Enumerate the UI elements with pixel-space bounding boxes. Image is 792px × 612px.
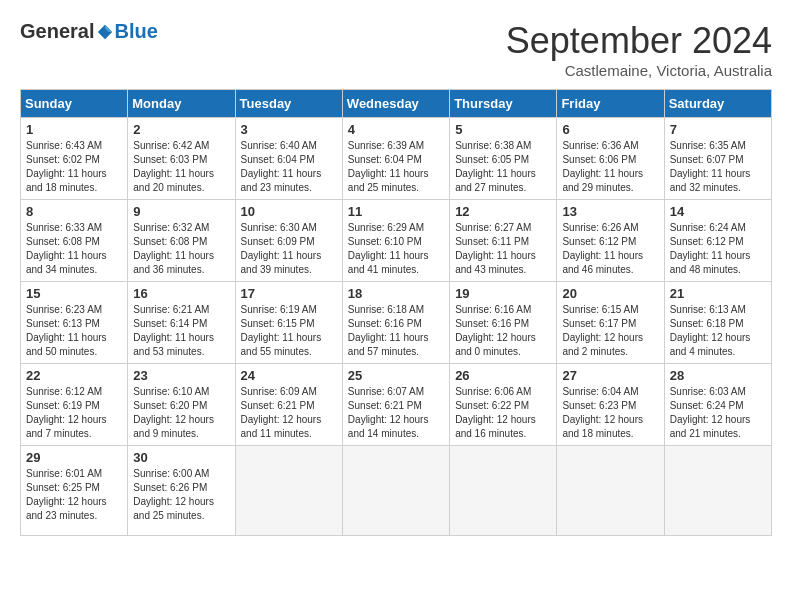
cell-info: Sunrise: 6:38 AMSunset: 6:05 PMDaylight:… bbox=[455, 140, 536, 193]
calendar-cell bbox=[235, 446, 342, 536]
logo-icon bbox=[96, 23, 114, 41]
day-number: 1 bbox=[26, 122, 122, 137]
cell-info: Sunrise: 6:35 AMSunset: 6:07 PMDaylight:… bbox=[670, 140, 751, 193]
weekday-header: Friday bbox=[557, 90, 664, 118]
day-number: 5 bbox=[455, 122, 551, 137]
calendar-cell: 17Sunrise: 6:19 AMSunset: 6:15 PMDayligh… bbox=[235, 282, 342, 364]
calendar-cell: 8Sunrise: 6:33 AMSunset: 6:08 PMDaylight… bbox=[21, 200, 128, 282]
calendar-cell: 11Sunrise: 6:29 AMSunset: 6:10 PMDayligh… bbox=[342, 200, 449, 282]
calendar-cell: 5Sunrise: 6:38 AMSunset: 6:05 PMDaylight… bbox=[450, 118, 557, 200]
day-number: 11 bbox=[348, 204, 444, 219]
day-number: 10 bbox=[241, 204, 337, 219]
cell-info: Sunrise: 6:01 AMSunset: 6:25 PMDaylight:… bbox=[26, 468, 107, 521]
location: Castlemaine, Victoria, Australia bbox=[506, 62, 772, 79]
day-number: 3 bbox=[241, 122, 337, 137]
cell-info: Sunrise: 6:33 AMSunset: 6:08 PMDaylight:… bbox=[26, 222, 107, 275]
cell-info: Sunrise: 6:26 AMSunset: 6:12 PMDaylight:… bbox=[562, 222, 643, 275]
calendar-cell: 16Sunrise: 6:21 AMSunset: 6:14 PMDayligh… bbox=[128, 282, 235, 364]
calendar-cell: 4Sunrise: 6:39 AMSunset: 6:04 PMDaylight… bbox=[342, 118, 449, 200]
calendar-cell: 6Sunrise: 6:36 AMSunset: 6:06 PMDaylight… bbox=[557, 118, 664, 200]
calendar-cell bbox=[450, 446, 557, 536]
logo-blue: Blue bbox=[114, 20, 157, 43]
cell-info: Sunrise: 6:30 AMSunset: 6:09 PMDaylight:… bbox=[241, 222, 322, 275]
day-number: 14 bbox=[670, 204, 766, 219]
day-number: 27 bbox=[562, 368, 658, 383]
page-header: General Blue September 2024 Castlemaine,… bbox=[20, 20, 772, 79]
day-number: 29 bbox=[26, 450, 122, 465]
cell-info: Sunrise: 6:18 AMSunset: 6:16 PMDaylight:… bbox=[348, 304, 429, 357]
calendar-cell: 18Sunrise: 6:18 AMSunset: 6:16 PMDayligh… bbox=[342, 282, 449, 364]
day-number: 8 bbox=[26, 204, 122, 219]
day-number: 24 bbox=[241, 368, 337, 383]
calendar-cell: 29Sunrise: 6:01 AMSunset: 6:25 PMDayligh… bbox=[21, 446, 128, 536]
calendar-cell: 9Sunrise: 6:32 AMSunset: 6:08 PMDaylight… bbox=[128, 200, 235, 282]
day-number: 21 bbox=[670, 286, 766, 301]
cell-info: Sunrise: 6:16 AMSunset: 6:16 PMDaylight:… bbox=[455, 304, 536, 357]
day-number: 17 bbox=[241, 286, 337, 301]
day-number: 22 bbox=[26, 368, 122, 383]
calendar-cell: 26Sunrise: 6:06 AMSunset: 6:22 PMDayligh… bbox=[450, 364, 557, 446]
cell-info: Sunrise: 6:27 AMSunset: 6:11 PMDaylight:… bbox=[455, 222, 536, 275]
cell-info: Sunrise: 6:00 AMSunset: 6:26 PMDaylight:… bbox=[133, 468, 214, 521]
calendar-cell: 27Sunrise: 6:04 AMSunset: 6:23 PMDayligh… bbox=[557, 364, 664, 446]
calendar-week-row: 22Sunrise: 6:12 AMSunset: 6:19 PMDayligh… bbox=[21, 364, 772, 446]
calendar-cell bbox=[664, 446, 771, 536]
day-number: 12 bbox=[455, 204, 551, 219]
calendar-week-row: 8Sunrise: 6:33 AMSunset: 6:08 PMDaylight… bbox=[21, 200, 772, 282]
day-number: 16 bbox=[133, 286, 229, 301]
cell-info: Sunrise: 6:21 AMSunset: 6:14 PMDaylight:… bbox=[133, 304, 214, 357]
cell-info: Sunrise: 6:06 AMSunset: 6:22 PMDaylight:… bbox=[455, 386, 536, 439]
logo-general: General bbox=[20, 20, 94, 43]
day-number: 28 bbox=[670, 368, 766, 383]
day-number: 30 bbox=[133, 450, 229, 465]
cell-info: Sunrise: 6:15 AMSunset: 6:17 PMDaylight:… bbox=[562, 304, 643, 357]
weekday-header: Thursday bbox=[450, 90, 557, 118]
calendar-cell: 15Sunrise: 6:23 AMSunset: 6:13 PMDayligh… bbox=[21, 282, 128, 364]
calendar-cell: 30Sunrise: 6:00 AMSunset: 6:26 PMDayligh… bbox=[128, 446, 235, 536]
day-number: 19 bbox=[455, 286, 551, 301]
calendar-cell: 14Sunrise: 6:24 AMSunset: 6:12 PMDayligh… bbox=[664, 200, 771, 282]
weekday-header: Tuesday bbox=[235, 90, 342, 118]
day-number: 23 bbox=[133, 368, 229, 383]
title-area: September 2024 Castlemaine, Victoria, Au… bbox=[506, 20, 772, 79]
calendar-header-row: SundayMondayTuesdayWednesdayThursdayFrid… bbox=[21, 90, 772, 118]
day-number: 20 bbox=[562, 286, 658, 301]
calendar-cell: 22Sunrise: 6:12 AMSunset: 6:19 PMDayligh… bbox=[21, 364, 128, 446]
calendar-week-row: 15Sunrise: 6:23 AMSunset: 6:13 PMDayligh… bbox=[21, 282, 772, 364]
calendar-cell: 12Sunrise: 6:27 AMSunset: 6:11 PMDayligh… bbox=[450, 200, 557, 282]
cell-info: Sunrise: 6:19 AMSunset: 6:15 PMDaylight:… bbox=[241, 304, 322, 357]
calendar-cell bbox=[342, 446, 449, 536]
cell-info: Sunrise: 6:03 AMSunset: 6:24 PMDaylight:… bbox=[670, 386, 751, 439]
calendar-table: SundayMondayTuesdayWednesdayThursdayFrid… bbox=[20, 89, 772, 536]
cell-info: Sunrise: 6:07 AMSunset: 6:21 PMDaylight:… bbox=[348, 386, 429, 439]
calendar-cell: 23Sunrise: 6:10 AMSunset: 6:20 PMDayligh… bbox=[128, 364, 235, 446]
calendar-cell bbox=[557, 446, 664, 536]
calendar-cell: 21Sunrise: 6:13 AMSunset: 6:18 PMDayligh… bbox=[664, 282, 771, 364]
weekday-header: Sunday bbox=[21, 90, 128, 118]
day-number: 25 bbox=[348, 368, 444, 383]
day-number: 15 bbox=[26, 286, 122, 301]
day-number: 6 bbox=[562, 122, 658, 137]
cell-info: Sunrise: 6:29 AMSunset: 6:10 PMDaylight:… bbox=[348, 222, 429, 275]
cell-info: Sunrise: 6:12 AMSunset: 6:19 PMDaylight:… bbox=[26, 386, 107, 439]
cell-info: Sunrise: 6:43 AMSunset: 6:02 PMDaylight:… bbox=[26, 140, 107, 193]
cell-info: Sunrise: 6:10 AMSunset: 6:20 PMDaylight:… bbox=[133, 386, 214, 439]
calendar-cell: 19Sunrise: 6:16 AMSunset: 6:16 PMDayligh… bbox=[450, 282, 557, 364]
calendar-cell: 3Sunrise: 6:40 AMSunset: 6:04 PMDaylight… bbox=[235, 118, 342, 200]
calendar-cell: 24Sunrise: 6:09 AMSunset: 6:21 PMDayligh… bbox=[235, 364, 342, 446]
calendar-cell: 2Sunrise: 6:42 AMSunset: 6:03 PMDaylight… bbox=[128, 118, 235, 200]
day-number: 2 bbox=[133, 122, 229, 137]
calendar-cell: 7Sunrise: 6:35 AMSunset: 6:07 PMDaylight… bbox=[664, 118, 771, 200]
calendar-week-row: 1Sunrise: 6:43 AMSunset: 6:02 PMDaylight… bbox=[21, 118, 772, 200]
day-number: 26 bbox=[455, 368, 551, 383]
day-number: 7 bbox=[670, 122, 766, 137]
cell-info: Sunrise: 6:23 AMSunset: 6:13 PMDaylight:… bbox=[26, 304, 107, 357]
logo: General Blue bbox=[20, 20, 158, 43]
calendar-week-row: 29Sunrise: 6:01 AMSunset: 6:25 PMDayligh… bbox=[21, 446, 772, 536]
cell-info: Sunrise: 6:04 AMSunset: 6:23 PMDaylight:… bbox=[562, 386, 643, 439]
day-number: 18 bbox=[348, 286, 444, 301]
weekday-header: Wednesday bbox=[342, 90, 449, 118]
cell-info: Sunrise: 6:42 AMSunset: 6:03 PMDaylight:… bbox=[133, 140, 214, 193]
calendar-cell: 13Sunrise: 6:26 AMSunset: 6:12 PMDayligh… bbox=[557, 200, 664, 282]
calendar-cell: 1Sunrise: 6:43 AMSunset: 6:02 PMDaylight… bbox=[21, 118, 128, 200]
